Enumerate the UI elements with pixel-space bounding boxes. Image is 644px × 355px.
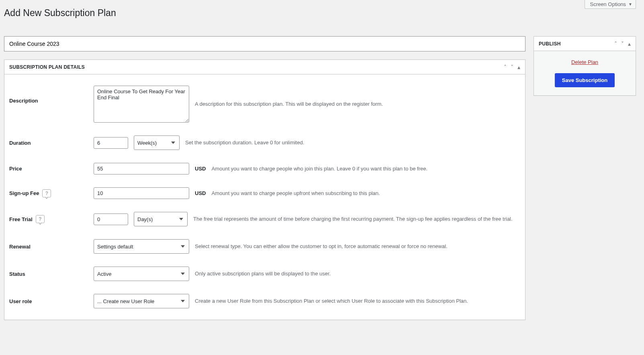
details-box-title: SUBSCRIPTION PLAN DETAILS bbox=[9, 64, 85, 70]
toggle-panel-icon[interactable]: ▴ bbox=[628, 41, 631, 47]
status-label: Status bbox=[9, 271, 94, 277]
publish-box-title: PUBLISH bbox=[539, 41, 561, 47]
price-input[interactable] bbox=[94, 163, 189, 174]
status-select[interactable]: Active bbox=[94, 267, 189, 281]
user-role-select[interactable]: ... Create new User Role bbox=[94, 294, 189, 308]
help-icon[interactable]: ? bbox=[36, 215, 45, 223]
renewal-label: Renewal bbox=[9, 244, 94, 250]
signup-fee-help: Amount you want to charge people upfront… bbox=[211, 189, 520, 197]
price-currency: USD bbox=[195, 166, 206, 172]
price-label: Price bbox=[9, 166, 94, 172]
publish-box: PUBLISH ˄ ˅ ▴ Delete Plan Save Subscript… bbox=[534, 36, 636, 96]
renewal-help: Select renewal type. You can either allo… bbox=[195, 242, 520, 250]
description-label: Description bbox=[9, 86, 94, 104]
move-down-icon[interactable]: ˅ bbox=[621, 41, 624, 47]
subscription-details-box: SUBSCRIPTION PLAN DETAILS ˄ ˅ ▴ Descript… bbox=[4, 60, 525, 320]
help-icon[interactable]: ? bbox=[42, 189, 51, 197]
free-trial-input[interactable] bbox=[94, 213, 128, 225]
status-help: Only active subscription plans will be d… bbox=[195, 270, 520, 278]
duration-help: Set the subscription duration. Leave 0 f… bbox=[185, 139, 520, 147]
plan-title-input[interactable] bbox=[4, 36, 525, 51]
move-up-icon[interactable]: ˄ bbox=[504, 64, 507, 70]
user-role-help: Create a new User Role from this Subscri… bbox=[195, 297, 520, 305]
duration-input[interactable] bbox=[94, 137, 128, 149]
save-subscription-button[interactable]: Save Subscription bbox=[555, 73, 615, 87]
user-role-label: User role bbox=[9, 298, 94, 304]
free-trial-help: The free trial represents the amount of … bbox=[193, 215, 520, 223]
duration-label: Duration bbox=[9, 140, 94, 146]
toggle-panel-icon[interactable]: ▴ bbox=[517, 64, 520, 70]
free-trial-unit-select[interactable]: Day(s) bbox=[134, 212, 188, 226]
signup-fee-input[interactable] bbox=[94, 187, 189, 199]
screen-options-toggle[interactable]: Screen Options ▼ bbox=[585, 0, 636, 9]
page-title: Add New Subscription Plan bbox=[4, 4, 636, 20]
screen-options-label: Screen Options bbox=[590, 1, 626, 7]
move-up-icon[interactable]: ˄ bbox=[614, 41, 617, 47]
description-textarea[interactable] bbox=[94, 86, 189, 123]
renewal-select[interactable]: Settings default bbox=[94, 239, 189, 254]
delete-plan-link[interactable]: Delete Plan bbox=[571, 59, 598, 65]
free-trial-label: Free Trial bbox=[9, 216, 33, 222]
chevron-down-icon: ▼ bbox=[628, 2, 632, 6]
description-help: A description for this subscription plan… bbox=[195, 100, 520, 108]
price-help: Amount you want to charge people who joi… bbox=[211, 165, 520, 173]
move-down-icon[interactable]: ˅ bbox=[511, 64, 513, 70]
signup-fee-label: Sign-up Fee bbox=[9, 190, 39, 196]
signup-fee-currency: USD bbox=[195, 190, 206, 196]
duration-unit-select[interactable]: Week(s) bbox=[134, 135, 180, 150]
